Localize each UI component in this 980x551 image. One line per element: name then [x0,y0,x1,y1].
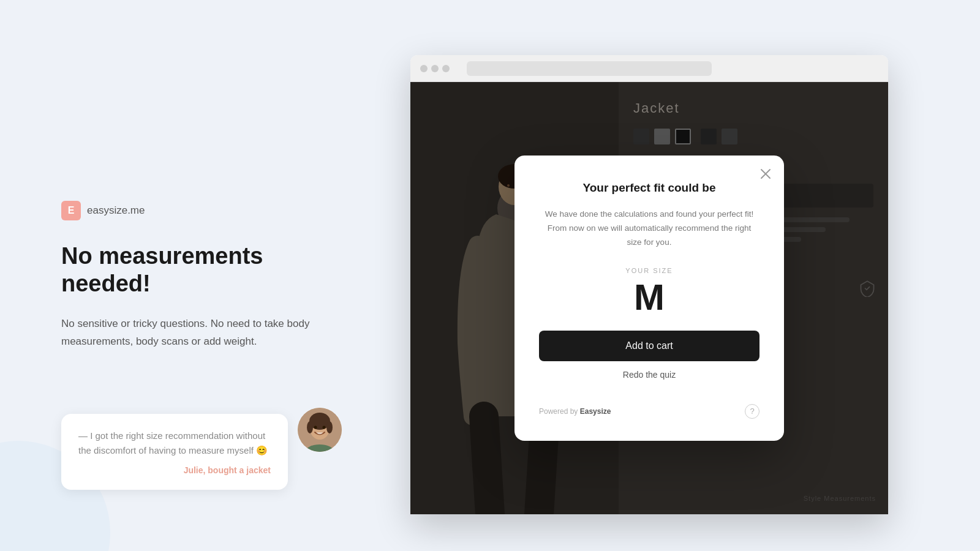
page-headline: No measurements needed! [61,242,355,298]
browser-window: Jacket S/M M/I L [410,55,888,514]
svg-point-6 [323,426,326,429]
powered-by-text: Powered by Easysize [539,407,611,416]
redo-quiz-link[interactable]: Redo the quiz [539,370,760,380]
modal-subtitle: We have done the calculations and found … [539,208,760,250]
add-to-cart-button[interactable]: Add to cart [539,331,760,361]
brand-row: E easysize.me [61,201,355,220]
modal-title: Your perfect fit could be [539,180,760,197]
browser-dots [420,65,450,72]
size-value: M [539,279,760,316]
browser-bar [410,55,888,82]
modal-close-button[interactable] [757,165,774,182]
your-size-label: YOUR SIZE [539,267,760,274]
svg-point-3 [307,421,313,433]
testimonial-author-suffix: , bought a jacket [203,465,271,475]
right-panel: Jacket S/M M/I L [404,0,980,551]
browser-url-bar [467,61,712,76]
page-subtext: No sensitive or tricky questions. No nee… [61,315,318,351]
dot-red [420,65,428,72]
svg-point-5 [314,426,317,429]
fit-recommendation-modal: Your perfect fit could be We have done t… [514,156,784,440]
close-icon [760,168,771,179]
left-panel: E easysize.me No measurements needed! No… [0,0,404,551]
powered-by-brand: Easysize [580,407,611,416]
modal-footer: Powered by Easysize ? [539,404,760,419]
dot-green [442,65,450,72]
testimonial-text: — I got the right size recommendation wi… [78,429,271,458]
brand-name: easysize.me [87,204,145,217]
avatar [298,408,342,452]
help-icon-button[interactable]: ? [745,404,760,419]
browser-content: Jacket S/M M/I L [410,82,888,514]
svg-point-4 [326,421,333,433]
testimonial-card: — I got the right size recommendation wi… [61,414,288,490]
testimonial-author: Julie, bought a jacket [78,465,271,475]
modal-overlay: Your perfect fit could be We have done t… [410,82,888,514]
brand-icon: E [61,201,81,220]
avatar-image [298,408,342,452]
testimonial-author-name: Julie [184,465,203,475]
testimonial-area: — I got the right size recommendation wi… [61,414,342,490]
dot-yellow [431,65,439,72]
